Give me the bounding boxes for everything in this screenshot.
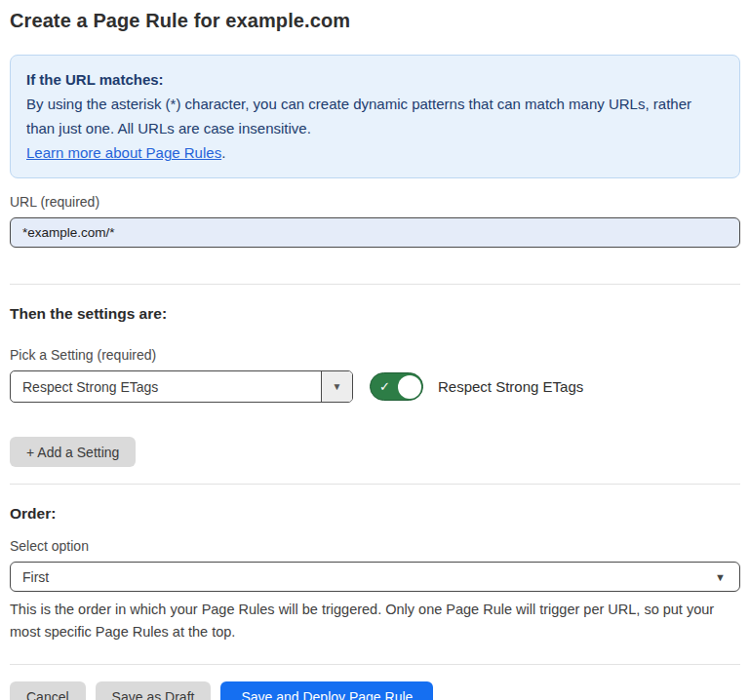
divider [10,664,740,665]
add-setting-button[interactable]: + Add a Setting [10,437,136,467]
cancel-button[interactable]: Cancel [10,681,86,700]
toggle-knob [398,375,421,399]
page-title: Create a Page Rule for example.com [10,10,740,32]
settings-section-heading: Then the settings are: [10,305,740,323]
learn-more-link[interactable]: Learn more about Page Rules [26,144,221,161]
url-input[interactable] [10,217,740,248]
order-select-value: First [22,569,49,585]
info-box-link-line: Learn more about Page Rules. [26,140,724,165]
create-page-rule-form: Create a Page Rule for example.com If th… [0,0,750,700]
info-box-heading: If the URL matches: [26,67,724,92]
save-deploy-button[interactable]: Save and Deploy Page Rule [220,681,433,700]
url-field-label: URL (required) [10,194,740,210]
save-draft-button[interactable]: Save as Draft [96,681,212,700]
divider [10,284,740,285]
chevron-down-icon[interactable]: ▼ [321,371,352,402]
check-icon: ✓ [379,380,390,393]
setting-dropdown-value: Respect Strong ETags [11,371,321,402]
order-select-label: Select option [10,538,740,554]
url-matches-info-box: If the URL matches: By using the asteris… [10,55,740,178]
order-section-heading: Order: [10,505,740,523]
link-suffix: . [221,144,225,161]
setting-dropdown[interactable]: Respect Strong ETags ▼ [10,370,353,403]
respect-strong-etags-toggle[interactable]: ✓ [370,372,423,401]
form-actions: Cancel Save as Draft Save and Deploy Pag… [10,681,740,700]
chevron-down-icon: ▼ [715,571,726,583]
order-help-text: This is the order in which your Page Rul… [10,599,731,643]
toggle-label: Respect Strong ETags [438,378,583,395]
order-select[interactable]: First ▼ [10,562,740,592]
pick-setting-label: Pick a Setting (required) [10,347,740,363]
setting-row: Respect Strong ETags ▼ ✓ Respect Strong … [10,370,740,403]
info-box-body: By using the asterisk (*) character, you… [26,92,724,140]
divider [10,484,740,485]
